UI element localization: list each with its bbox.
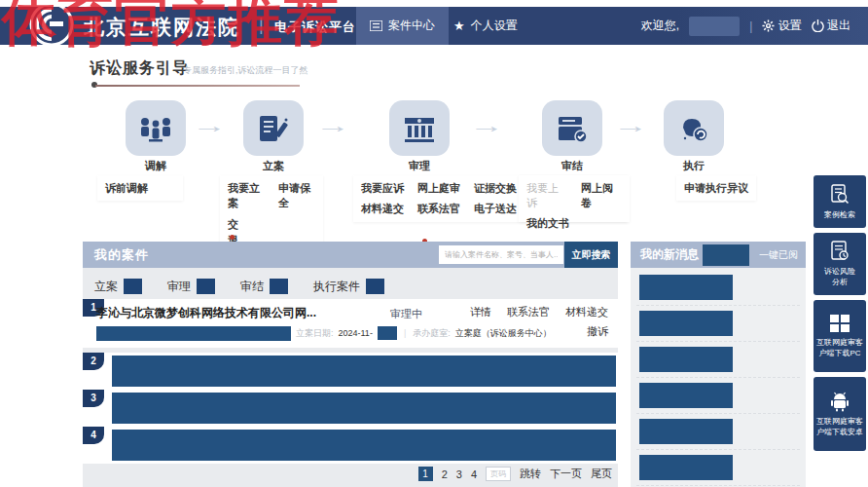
tab-trial[interactable]: 审理 (167, 279, 215, 295)
logout-label: 退出 (827, 18, 850, 34)
header: 北京互联网法院 | 电子诉讼平台 案件中心 ★ 个人设置 欢迎您, | (0, 7, 868, 45)
messages-count-redacted (703, 244, 749, 266)
star-icon: ★ (453, 19, 465, 33)
side-android-download-line2: 户端下载安卓 (816, 427, 863, 437)
case-number-redacted (96, 326, 291, 341)
page-jump-button[interactable]: 跳转 (520, 467, 541, 481)
case-material-submit-link[interactable]: 材料递交 (565, 305, 608, 319)
nav-personal-settings[interactable]: ★ 个人设置 (440, 7, 531, 45)
side-pc-download-line2: 户端下载PC (818, 348, 860, 358)
tab-trial-label: 审理 (167, 279, 191, 295)
case-row-4[interactable]: 4 (83, 427, 618, 464)
page-4[interactable]: 4 (471, 468, 477, 480)
court-logo-icon (29, 2, 74, 47)
case-contact-judge-link[interactable]: 联系法官 (507, 305, 550, 319)
message-item-redacted[interactable] (639, 347, 733, 372)
page-2[interactable]: 2 (442, 468, 448, 480)
side-case-search-button[interactable]: 案例检索 (814, 175, 866, 228)
link-pretrial-mediation[interactable]: 诉前调解 (105, 182, 148, 194)
case-row-3[interactable]: 3 (83, 390, 618, 427)
case-withdraw-link[interactable]: 撤诉 (587, 325, 608, 337)
message-item-redacted[interactable] (639, 383, 733, 408)
link-appeal-disabled[interactable]: 我要上诉 (526, 181, 567, 210)
case-content-redacted (112, 393, 616, 424)
flow-arrow-icon: → (613, 115, 648, 137)
page-1-current[interactable]: 1 (418, 467, 433, 481)
message-divider (636, 341, 800, 342)
link-online-file-review[interactable]: 网上阅卷 (581, 181, 622, 210)
link-my-documents[interactable]: 我的文书 (526, 217, 569, 229)
link-online-hearing[interactable]: 网上庭审 (417, 181, 460, 196)
side-android-download-button[interactable]: 互联网庭审客 户端下载安卓 (814, 377, 866, 451)
settings-button[interactable]: 设置 (762, 18, 801, 34)
tab-concluded[interactable]: 审结 (240, 279, 288, 295)
mark-all-read-button[interactable]: 一键已阅 (759, 248, 798, 262)
link-respond-suit[interactable]: 我要应诉 (361, 181, 404, 196)
case-row-1[interactable]: 1 李沁与北京微梦创科网络技术有限公司网... 审理中 详情 联系法官 材料递交… (83, 299, 618, 348)
link-file-case[interactable]: 我要立案 (228, 181, 265, 210)
header-user-area: 欢迎您, | 设置 退出 (641, 7, 850, 45)
link-execution-objection[interactable]: 申请执行异议 (684, 182, 748, 194)
link-material-submit[interactable]: 材料递交 (361, 202, 404, 216)
flow-arrow-icon: → (192, 115, 227, 137)
page-3[interactable]: 3 (456, 468, 462, 480)
nav-case-center[interactable]: 案件中心 (356, 7, 449, 45)
execution-hand-icon (677, 114, 710, 143)
side-risk-analysis-line2: 分析 (832, 277, 848, 287)
message-item-redacted[interactable] (639, 311, 733, 336)
username-redacted (689, 17, 740, 36)
case-row-2[interactable]: 2 (83, 353, 618, 390)
step-tile-conclusion[interactable] (542, 100, 602, 156)
messages-header: 我的新消息 一键已阅 (631, 242, 806, 268)
step-tile-filing[interactable] (243, 100, 304, 156)
brand-title: 北京互联网法院 (84, 14, 240, 41)
my-messages-panel: 我的新消息 一键已阅 (631, 242, 806, 487)
side-pc-download-button[interactable]: 互联网庭审客 户端下载PC (814, 300, 866, 372)
filing-day-redacted (378, 326, 397, 340)
logout-button[interactable]: 退出 (812, 18, 850, 34)
side-risk-analysis-line1: 诉讼风险 (824, 266, 855, 277)
case-content-redacted (112, 356, 616, 387)
page-jump-input[interactable] (486, 467, 511, 481)
message-item-redacted[interactable] (639, 455, 733, 480)
mediation-people-icon (138, 114, 173, 143)
side-case-search-label: 案例检索 (824, 209, 855, 220)
filing-date-label: 立案日期: (296, 327, 334, 340)
meta-divider: | (404, 328, 406, 338)
next-page-button[interactable]: 下一页 (550, 467, 582, 481)
message-divider (636, 449, 800, 450)
case-detail-link[interactable]: 详情 (470, 305, 491, 319)
step-tile-mediation[interactable] (126, 100, 186, 156)
flow-arrow-icon: → (469, 115, 504, 137)
last-page-button[interactable]: 尾页 (591, 467, 612, 481)
search-now-button[interactable]: 立即搜索 (564, 242, 618, 268)
nav-case-center-label: 案件中心 (388, 18, 435, 34)
my-cases-title: 我的案件 (83, 246, 149, 264)
case-content-redacted (112, 430, 616, 461)
case-search-icon (830, 184, 850, 206)
tab-filing-label: 立案 (94, 279, 118, 295)
messages-title: 我的新消息 (631, 246, 699, 263)
side-pc-download-line1: 互联网庭审客 (816, 337, 863, 348)
welcome-text: 欢迎您, (641, 18, 679, 34)
step-tile-trial[interactable] (389, 100, 450, 156)
nav-personal-label: 个人设置 (471, 18, 518, 34)
gear-icon (762, 19, 775, 32)
case-search-input[interactable] (439, 245, 563, 264)
link-contact-judge[interactable]: 联系法官 (417, 202, 460, 216)
step-tile-execution[interactable] (664, 100, 724, 156)
link-electronic-delivery[interactable]: 电子送达 (474, 202, 517, 216)
archive-check-icon (556, 114, 589, 143)
link-evidence-exchange[interactable]: 证据交换 (474, 181, 517, 196)
message-divider (636, 305, 800, 306)
platform-title: 电子诉讼平台 (274, 19, 356, 36)
side-risk-analysis-button[interactable]: 诉讼风险 分析 (814, 233, 866, 295)
message-item-redacted[interactable] (639, 419, 733, 444)
link-apply-preservation[interactable]: 申请保全 (278, 181, 315, 210)
tab-filing[interactable]: 立案 (94, 279, 142, 295)
step-label-mediation: 调解 (126, 159, 186, 173)
case-tabs: 立案 审理 审结 执行案件 (94, 274, 384, 299)
message-item-redacted[interactable] (639, 275, 733, 300)
side-android-download-line1: 互联网庭审客 (816, 416, 863, 427)
tab-execution[interactable]: 执行案件 (313, 279, 384, 295)
